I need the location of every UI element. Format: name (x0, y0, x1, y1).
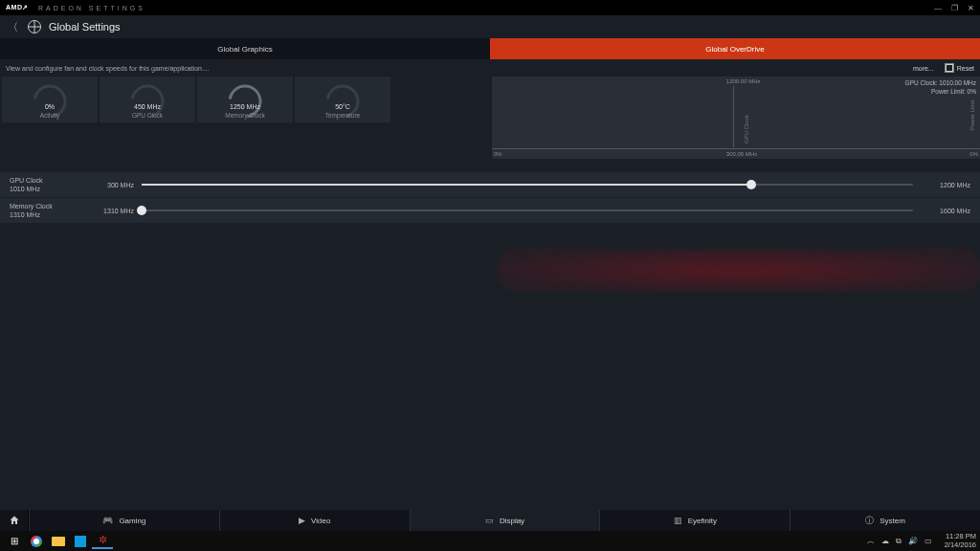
maximize-button[interactable]: ❐ (951, 4, 958, 12)
slider-gpu-clock: GPU Clock1010 MHz 300 MHz 1200 MHz (0, 172, 980, 197)
minimize-button[interactable]: — (934, 4, 942, 12)
more-link[interactable]: more... (913, 65, 934, 72)
page-header: 〈 Global Settings (0, 15, 980, 38)
tray-onedrive-icon[interactable]: ☁ (881, 537, 889, 545)
start-button[interactable]: ⊞ (4, 533, 25, 549)
nav-system[interactable]: ⓘSystem (790, 510, 980, 531)
taskbar-explorer[interactable] (48, 533, 69, 549)
gauge-temperature[interactable]: 50°C Temperature (295, 77, 390, 122)
chart-legend: GPU Clock: 1010.00 MHz Power Limit: 0% (905, 78, 976, 96)
hint-text: View and configure fan and clock speeds … (6, 65, 210, 72)
radeon-icon: ✲ (99, 534, 107, 546)
slider-thumb[interactable] (137, 206, 146, 215)
folder-icon (52, 537, 65, 546)
tray-action-center-icon[interactable]: ▭ (924, 537, 932, 545)
back-button[interactable]: 〈 (8, 20, 18, 34)
home-button[interactable] (0, 510, 29, 531)
taskbar-chrome[interactable] (26, 533, 47, 549)
taskbar-store[interactable] (70, 533, 91, 549)
taskbar-clock[interactable]: 11:28 PM 2/14/2016 (945, 533, 976, 549)
notification-glow (498, 249, 980, 292)
close-button[interactable]: ✕ (968, 4, 974, 12)
taskbar-radeon[interactable]: ✲ (92, 533, 113, 549)
tab-bar: Global Graphics Global OverDrive (0, 38, 980, 59)
title-bar: AMD↗ RADEON SETTINGS — ❐ ✕ (0, 0, 980, 15)
reset-button[interactable]: Reset (946, 64, 974, 72)
tab-global-graphics[interactable]: Global Graphics (0, 38, 490, 59)
play-icon: ▶ (299, 516, 305, 525)
gamepad-icon: 🎮 (102, 516, 113, 525)
home-icon (9, 515, 20, 526)
page-title: Global Settings (49, 21, 121, 33)
memory-clock-slider[interactable] (142, 209, 913, 211)
gauge-gpu-clock[interactable]: 450 MHz GPU Clock (100, 77, 195, 122)
app-name: RADEON SETTINGS (38, 5, 145, 11)
nav-display[interactable]: ▭Display (410, 510, 600, 531)
amd-logo: AMD↗ (6, 4, 29, 11)
nav-gaming[interactable]: 🎮Gaming (29, 510, 219, 531)
tray-network-icon[interactable]: ⧉ (896, 537, 902, 546)
eyefinity-icon: ▥ (674, 516, 682, 525)
chrome-icon (31, 536, 42, 547)
tab-global-overdrive[interactable]: Global OverDrive (490, 38, 980, 59)
system-tray[interactable]: ︿ ☁ ⧉ 🔊 ▭ 11:28 PM 2/14/2016 (867, 533, 976, 549)
gauge-memory-clock[interactable]: 1250 MHz Memory Clock (197, 77, 293, 122)
gauge-activity[interactable]: 0% Activity (2, 77, 98, 122)
display-icon: ▭ (485, 516, 494, 525)
windows-taskbar: ⊞ ✲ ︿ ☁ ⧉ 🔊 ▭ 11:28 PM 2/14/2016 (0, 531, 980, 551)
tray-volume-icon[interactable]: 🔊 (908, 537, 918, 545)
info-icon: ⓘ (865, 515, 874, 527)
nav-video[interactable]: ▶Video (219, 510, 410, 531)
globe-icon (28, 20, 41, 33)
overdrive-chart: GPU Clock: 1010.00 MHz Power Limit: 0% 1… (492, 77, 980, 159)
gpu-clock-slider[interactable] (142, 184, 913, 186)
bottom-nav: 🎮Gaming ▶Video ▭Display ▥Eyefinity ⓘSyst… (0, 510, 980, 531)
store-icon (75, 536, 86, 547)
slider-memory-clock: Memory Clock1310 MHz 1310 MHz 1600 MHz (0, 198, 980, 223)
nav-eyefinity[interactable]: ▥Eyefinity (599, 510, 790, 531)
slider-thumb[interactable] (746, 180, 756, 189)
reset-icon (946, 64, 953, 72)
tray-chevron-icon[interactable]: ︿ (867, 536, 875, 546)
